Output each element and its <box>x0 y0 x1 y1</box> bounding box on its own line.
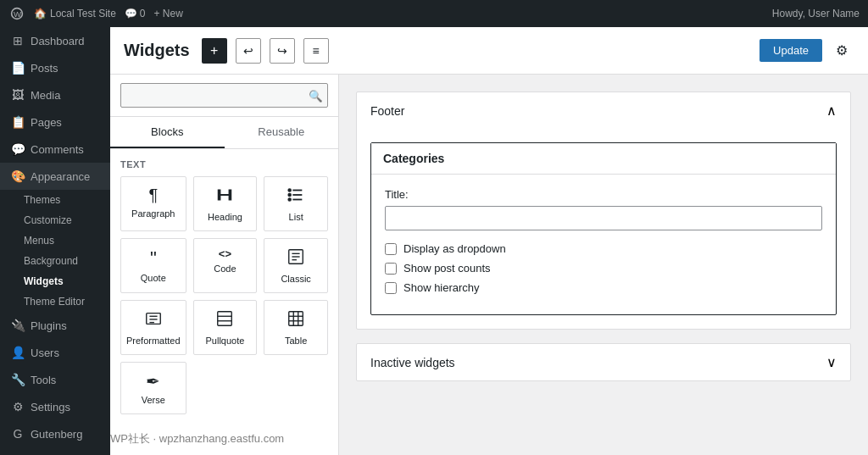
sidebar-item-plugins[interactable]: 🔌 Plugins <box>0 312 110 339</box>
content-area: Widgets + ↩ ↪ ≡ Update ⚙ 🔍 Blocks Reusab… <box>110 27 868 455</box>
sidebar-item-posts[interactable]: 📄 Posts <box>0 54 110 81</box>
posts-icon: 📄 <box>10 61 25 75</box>
admin-bar-site-name[interactable]: 🏠 Local Test Site <box>34 8 116 19</box>
sidebar-label-media: Media <box>31 89 60 102</box>
sidebar-sub-menus[interactable]: Menus <box>0 230 110 251</box>
sidebar-item-comments[interactable]: 💬 Comments <box>0 136 110 163</box>
block-grid-text: ¶ Paragraph Heading <box>120 176 328 414</box>
verse-label: Verse <box>142 395 165 405</box>
sidebar-item-pages[interactable]: 📋 Pages <box>0 108 110 136</box>
block-item-list[interactable]: List <box>264 176 328 231</box>
block-search-area: 🔍 <box>110 75 338 117</box>
redo-button[interactable]: ↪ <box>270 38 295 64</box>
block-item-heading[interactable]: Heading <box>193 176 258 231</box>
sidebar-sub-background[interactable]: Background <box>0 251 110 271</box>
title-label: Title: <box>385 188 822 201</box>
footer-title: Footer <box>370 104 404 118</box>
show-post-counts-checkbox[interactable] <box>385 263 397 275</box>
undo-button[interactable]: ↩ <box>236 38 261 64</box>
admin-bar-comments[interactable]: 💬 0 <box>125 8 146 19</box>
sidebar-item-appearance[interactable]: 🎨 Appearance <box>0 163 110 190</box>
block-panel: 🔍 Blocks Reusable TEXT ¶ Paragraph <box>110 75 339 455</box>
block-item-pullquote[interactable]: Pullquote <box>193 300 258 355</box>
header-right: Update ⚙ <box>760 38 854 64</box>
paragraph-icon: ¶ <box>148 186 158 205</box>
show-hierarchy-checkbox[interactable] <box>385 282 397 294</box>
code-label: Code <box>214 264 236 274</box>
inactive-section-header: Inactive widgets ∨ <box>357 344 850 380</box>
block-item-verse[interactable]: ✒ Verse <box>120 362 186 414</box>
sidebar-label-users: Users <box>31 347 59 359</box>
update-button[interactable]: Update <box>760 39 822 62</box>
home-icon: 🏠 <box>34 8 47 19</box>
sidebar-label-comments: Comments <box>31 143 84 156</box>
block-tabs: Blocks Reusable <box>110 117 338 149</box>
text-section-label: TEXT <box>120 159 328 169</box>
heading-label: Heading <box>208 212 242 222</box>
sidebar: ⊞ Dashboard 📄 Posts 🖼 Media 📋 Pages 💬 Co… <box>0 27 110 455</box>
sidebar-item-users[interactable]: 👤 Users <box>0 339 110 366</box>
svg-rect-19 <box>289 312 303 326</box>
search-input[interactable] <box>120 83 328 108</box>
inactive-expand-button[interactable]: ∨ <box>826 354 837 370</box>
categories-widget-header: Categories <box>371 143 836 175</box>
add-block-button[interactable]: + <box>202 38 227 64</box>
settings-button[interactable]: ⚙ <box>829 38 854 64</box>
list-icon <box>287 186 305 208</box>
display-dropdown-label: Display as dropdown <box>403 242 506 255</box>
sidebar-item-tools[interactable]: 🔧 Tools <box>0 366 110 393</box>
admin-bar-howdy: Howdy, User Name <box>772 8 860 19</box>
sidebar-label-tools: Tools <box>31 374 56 386</box>
block-item-paragraph[interactable]: ¶ Paragraph <box>120 176 186 231</box>
admin-bar: W 🏠 Local Test Site 💬 0 + New Howdy, Use… <box>0 0 868 27</box>
sidebar-sub-themes[interactable]: Themes <box>0 190 110 210</box>
sidebar-sub-customize[interactable]: Customize <box>0 210 110 230</box>
svg-rect-16 <box>218 312 232 326</box>
block-item-code[interactable]: <> Code <box>193 238 258 293</box>
sidebar-label-settings: Settings <box>31 401 70 413</box>
footer-section: Footer ∧ Categories Title: Display as <box>356 92 851 330</box>
dashboard-icon: ⊞ <box>10 34 25 47</box>
display-dropdown-checkbox[interactable] <box>385 243 397 255</box>
sidebar-item-gutenberg[interactable]: G Gutenberg <box>0 420 110 447</box>
settings-icon: ⚙ <box>10 400 25 413</box>
admin-bar-new[interactable]: + New <box>154 8 183 19</box>
table-icon <box>287 309 305 332</box>
footer-collapse-button[interactable]: ∧ <box>826 103 837 119</box>
block-item-quote[interactable]: " Quote <box>120 238 186 293</box>
tab-blocks[interactable]: Blocks <box>110 117 225 148</box>
appearance-icon: 🎨 <box>10 169 25 183</box>
show-hierarchy-label: Show hierarchy <box>403 281 480 294</box>
title-input[interactable] <box>385 206 822 230</box>
categories-widget: Categories Title: Display as dropdown <box>370 142 837 315</box>
comments-icon: 💬 <box>10 142 25 156</box>
categories-widget-body: Title: Display as dropdown Show post cou… <box>371 175 836 314</box>
block-item-preformatted[interactable]: Preformatted <box>120 300 186 355</box>
block-item-table[interactable]: Table <box>264 300 328 355</box>
block-item-classic[interactable]: Classic <box>264 238 328 293</box>
list-view-button[interactable]: ≡ <box>303 38 329 64</box>
admin-bar-right: Howdy, User Name <box>772 8 860 19</box>
list-label: List <box>289 212 303 222</box>
sidebar-label-gutenberg: Gutenberg <box>31 428 82 441</box>
tab-reusable[interactable]: Reusable <box>225 117 339 148</box>
checkbox-row-dropdown: Display as dropdown <box>385 242 822 255</box>
sidebar-label-plugins: Plugins <box>31 319 67 332</box>
sidebar-item-dashboard[interactable]: ⊞ Dashboard <box>0 27 110 54</box>
show-post-counts-label: Show post counts <box>403 262 491 275</box>
sidebar-sub-theme-editor[interactable]: Theme Editor <box>0 291 110 312</box>
search-icon-button[interactable]: 🔍 <box>309 89 323 102</box>
sidebar-item-media[interactable]: 🖼 Media <box>0 81 110 108</box>
plugins-icon: 🔌 <box>10 319 25 332</box>
gutenberg-icon: G <box>10 427 25 441</box>
sidebar-label-dashboard: Dashboard <box>31 35 85 47</box>
admin-bar-left: W 🏠 Local Test Site 💬 0 + New <box>8 5 183 22</box>
sidebar-sub-widgets[interactable]: Widgets <box>0 271 110 291</box>
checkbox-row-hierarchy: Show hierarchy <box>385 281 822 294</box>
sidebar-item-settings[interactable]: ⚙ Settings <box>0 393 110 420</box>
users-icon: 👤 <box>10 346 25 359</box>
widgets-main-area: Footer ∧ Categories Title: Display as <box>339 75 868 455</box>
wp-logo-icon[interactable]: W <box>8 5 25 22</box>
comment-icon: 💬 <box>125 8 137 19</box>
media-icon: 🖼 <box>10 88 25 102</box>
